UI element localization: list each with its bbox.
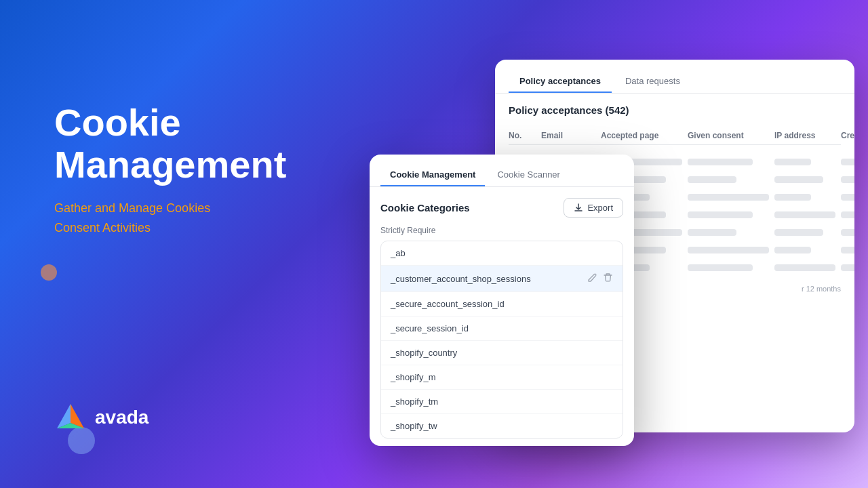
skeleton [774, 194, 811, 201]
cookie-name: _secure_session_id [391, 323, 469, 333]
skeleton [774, 176, 823, 183]
left-panel: Cookie Management Gather and Manage Cook… [54, 102, 286, 238]
strictly-require-label: Strictly Require [380, 226, 623, 235]
tab-policy-acceptances[interactable]: Policy acceptances [509, 70, 612, 93]
cookie-item-actions [587, 272, 613, 285]
subtitle: Gather and Manage Cookies Consent Activi… [54, 199, 286, 238]
skeleton [774, 264, 835, 271]
skeleton [774, 211, 835, 218]
cookie-item-ab[interactable]: _ab [381, 241, 623, 266]
skeleton [841, 247, 854, 253]
tab-cookie-scanner[interactable]: Cookie Scanner [488, 164, 570, 186]
policy-tabs: Policy acceptances Data requests [495, 60, 854, 94]
cookie-management-window: Cookie Management Cookie Scanner Cookie … [370, 155, 634, 446]
skeleton [841, 194, 854, 201]
skeleton [774, 159, 811, 165]
main-title: Cookie Management [54, 102, 286, 185]
tab-cookie-management[interactable]: Cookie Management [380, 164, 485, 186]
delete-icon[interactable] [603, 272, 613, 285]
export-icon [574, 203, 583, 213]
skeleton [688, 159, 753, 165]
cookie-name: _shopify_tw [391, 421, 437, 431]
cookie-content: Cookie Categories Export Strictly Requir… [370, 187, 634, 446]
export-button[interactable]: Export [564, 198, 623, 218]
cookie-name: _shopify_country [391, 348, 457, 358]
cookie-item-customer-account[interactable]: _customer_account_shop_sessions [381, 266, 623, 292]
logo-area: avada [54, 401, 149, 434]
cookie-list: _ab _customer_account_shop_sessions [380, 241, 623, 439]
skeleton [841, 264, 854, 271]
skeleton [774, 247, 811, 253]
col-ip-address: IP address [774, 131, 835, 140]
cookie-item-shopify-tm[interactable]: _shopify_tm [381, 390, 623, 414]
edit-icon[interactable] [587, 272, 597, 285]
tab-data-requests[interactable]: Data requests [614, 70, 691, 93]
col-created-at: Created at [841, 131, 854, 140]
cookie-name: _shopify_tm [391, 396, 438, 407]
cookie-item-secure-session[interactable]: _secure_session_id [381, 317, 623, 341]
cookie-item-secure-account[interactable]: _secure_account_session_id [381, 292, 623, 317]
cookie-item-shopify-tw[interactable]: _shopify_tw [381, 414, 623, 438]
footer-months-text: r 12 months [802, 285, 841, 293]
cookie-name: _secure_account_session_id [391, 299, 505, 309]
avada-logo-icon [54, 401, 87, 434]
col-no: No. [509, 131, 536, 140]
cookie-item-shopify-country[interactable]: _shopify_country [381, 341, 623, 365]
skeleton [688, 194, 769, 201]
skeleton [688, 176, 736, 183]
cookie-name: _customer_account_shop_sessions [391, 274, 531, 284]
table-header: No. Email Accepted page Given consent IP… [509, 127, 841, 145]
skeleton [841, 211, 854, 218]
policy-title: Policy acceptances (542) [509, 104, 841, 116]
cookie-tabs: Cookie Management Cookie Scanner [370, 155, 634, 187]
cookie-name: _ab [391, 248, 406, 258]
skeleton [841, 229, 854, 236]
skeleton [688, 247, 769, 253]
col-accepted-page: Accepted page [601, 131, 682, 140]
col-given-consent: Given consent [688, 131, 769, 140]
skeleton [688, 211, 753, 218]
skeleton [688, 264, 753, 271]
cookie-categories-title: Cookie Categories [380, 202, 470, 214]
skeleton [688, 229, 736, 236]
skeleton [774, 229, 823, 236]
skeleton [841, 176, 854, 183]
logo-text: avada [95, 407, 149, 428]
cookie-item-shopify-m[interactable]: _shopify_m [381, 365, 623, 390]
decorative-circle-orange [41, 264, 57, 281]
cookie-name: _shopify_m [391, 372, 435, 382]
skeleton [841, 159, 854, 165]
cookie-header-row: Cookie Categories Export [380, 198, 623, 218]
col-email: Email [541, 131, 595, 140]
